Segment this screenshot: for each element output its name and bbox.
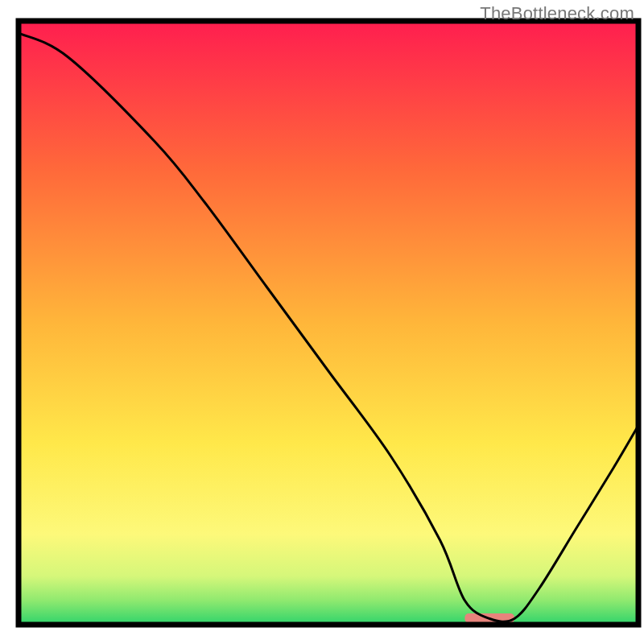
chart-stage: TheBottleneck.com	[0, 0, 644, 644]
bottleneck-chart	[0, 0, 644, 644]
gradient-background	[19, 21, 638, 625]
watermark-text: TheBottleneck.com	[480, 3, 634, 24]
plot-area	[19, 21, 638, 625]
